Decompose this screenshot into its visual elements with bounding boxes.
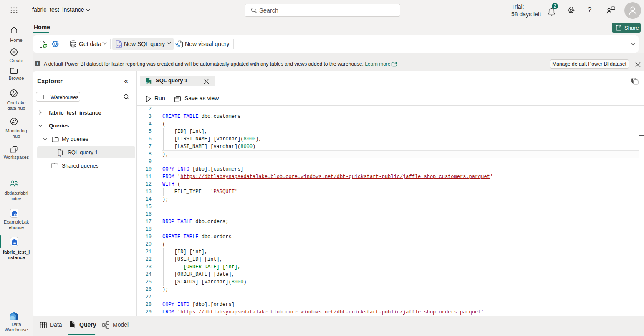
svg-text:SQL: SQL (117, 44, 121, 47)
svg-text:SQL: SQL (146, 82, 151, 84)
svg-text:SQL: SQL (58, 154, 62, 157)
